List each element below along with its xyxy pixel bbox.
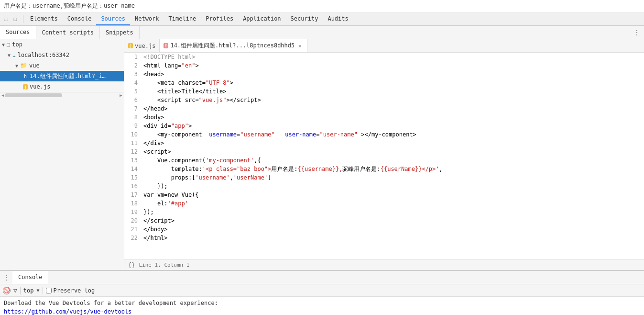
code-line-16: 16 });: [124, 182, 644, 191]
file-tree-scrollbar[interactable]: ◀ ▶: [0, 92, 124, 98]
console-toolbar: 🚫 ▽ top ▼ Preserve log: [0, 284, 644, 297]
tree-label: vue: [29, 62, 40, 69]
html-icon: h: [164, 43, 168, 48]
code-line-14: 14 template:'<p class="baz boo">用户名是:{{u…: [124, 165, 644, 173]
code-line-15: 15 props:['username','userName']: [124, 173, 644, 182]
tab-label: vue.js: [135, 43, 155, 49]
code-line-18: 18 el:'#app': [124, 199, 644, 208]
filter-icon[interactable]: ▽: [13, 287, 17, 294]
arrow-icon: ▼: [2, 42, 5, 47]
code-line-20: 20 </script>: [124, 216, 644, 225]
code-line-22: 22 </html>: [124, 234, 644, 242]
code-line-11: 11 </div>: [124, 139, 644, 147]
editor-tab-html[interactable]: h 14.组件属性问题.html?...l8ptnces8dhhd5 ✕: [160, 39, 307, 52]
nav-console[interactable]: Console: [63, 12, 97, 25]
top-bar-icons: ⬚ □: [2, 15, 23, 23]
cloud-icon: ☁: [12, 52, 16, 58]
tree-item-vue-js[interactable]: j vue.js: [0, 81, 124, 92]
preserve-log-checkbox[interactable]: Preserve log: [46, 287, 95, 294]
code-line-1: 1 <!DOCTYPE html>: [124, 53, 644, 61]
status-text: Line 1, Column 1: [139, 262, 189, 268]
tab-label: Console: [18, 274, 43, 281]
status-bar: {} Line 1, Column 1: [124, 259, 644, 270]
nav-sources[interactable]: Sources: [96, 12, 130, 25]
code-line-5: 5 <title>Title</title>: [124, 87, 644, 96]
sources-panel: Sources Content scripts Snippets ⋮ ▼ □ t…: [0, 26, 644, 270]
nav-security[interactable]: Security: [286, 12, 323, 25]
tree-item-vue-folder[interactable]: ▼ 📁 vue: [0, 60, 124, 71]
tree-label: vue.js: [30, 83, 50, 90]
nav-profiles[interactable]: Profiles: [201, 12, 238, 25]
content-area: ▼ □ top ▼ ☁ localhost:63342 ▼ 📁 vue: [0, 39, 644, 270]
page-result-text: 用户名是：username,驼峰用户名是：user-name: [4, 2, 135, 9]
top-nav: Elements Console Sources Network Timelin…: [25, 12, 353, 25]
separator: [20, 287, 21, 294]
page-result-bar: 用户名是：username,驼峰用户名是：user-name: [0, 0, 644, 12]
sub-tab-sources[interactable]: Sources: [0, 26, 36, 39]
code-line-3: 3 <head>: [124, 70, 644, 79]
separator: [43, 287, 43, 294]
console-line-1: Download the Vue Devtools for a better d…: [4, 299, 640, 307]
scroll-thumb[interactable]: [5, 93, 62, 97]
tree-item-localhost[interactable]: ▼ ☁ localhost:63342: [0, 50, 124, 60]
code-content[interactable]: 1 <!DOCTYPE html> 2 <html lang="en"> 3 <…: [124, 53, 644, 259]
file-tree: ▼ □ top ▼ ☁ localhost:63342 ▼ 📁 vue: [0, 39, 124, 270]
preserve-log-input[interactable]: [46, 288, 52, 293]
file-type-badge: h: [23, 74, 28, 79]
arrow-icon: ▼: [15, 63, 18, 68]
code-line-2: 2 <html lang="en">: [124, 61, 644, 70]
sub-tabs: Sources Content scripts Snippets ⋮: [0, 26, 644, 39]
tree-item-top[interactable]: ▼ □ top: [0, 39, 124, 50]
console-line-2: https://github.com/vuejs/vue-devtools: [4, 307, 640, 315]
editor-tab-vuejs[interactable]: j vue.js: [124, 39, 160, 52]
scroll-right-btn[interactable]: ▶: [118, 92, 124, 98]
code-line-10: 10 <my-component username="username" use…: [124, 130, 644, 139]
devtools-body: Sources Content scripts Snippets ⋮ ▼ □ t…: [0, 26, 644, 315]
bottom-panel: ⋮ Console 🚫 ▽ top ▼ Preserve log Downloa…: [0, 270, 644, 315]
tree-label: localhost:63342: [18, 52, 69, 58]
cursor-icon[interactable]: ⬚: [2, 15, 10, 23]
sub-tab-more[interactable]: ⋮: [630, 29, 644, 36]
js-icon: j: [128, 43, 133, 48]
code-line-4: 4 <meta charset="UTF-8">: [124, 79, 644, 87]
bottom-tabs: ⋮ Console: [0, 271, 644, 284]
clear-console-btn[interactable]: 🚫: [3, 287, 11, 294]
code-line-7: 7 </head>: [124, 104, 644, 113]
bottom-tab-more[interactable]: ⋮: [0, 274, 12, 281]
code-line-8: 8 <body>: [124, 113, 644, 122]
code-line-6: 6 <script src="vue.js"></script>: [124, 96, 644, 104]
nav-network[interactable]: Network: [130, 12, 164, 25]
console-top-arrow[interactable]: ▼: [37, 288, 40, 293]
nav-elements[interactable]: Elements: [25, 12, 63, 25]
sub-tab-snippets[interactable]: Snippets: [100, 26, 140, 39]
nav-application[interactable]: Application: [238, 12, 285, 25]
file-type-badge: j: [23, 84, 28, 90]
bottom-tab-console[interactable]: Console: [12, 271, 48, 284]
tree-label: top: [12, 41, 22, 48]
code-line-12: 12 <script>: [124, 147, 644, 156]
device-icon[interactable]: □: [11, 15, 19, 23]
nav-audits[interactable]: Audits: [323, 12, 353, 25]
arrow-icon: ▼: [8, 53, 11, 58]
code-editor: j vue.js h 14.组件属性问题.html?...l8ptnces8dh…: [124, 39, 644, 270]
tab-label: 14.组件属性问题.html?...l8ptnces8dhhd5: [170, 42, 295, 50]
code-line-19: 19 });: [124, 208, 644, 216]
folder-icon-top: □: [7, 41, 10, 48]
console-top-label[interactable]: top: [23, 287, 34, 294]
folder-icon: 📁: [20, 62, 27, 69]
code-line-13: 13 Vue.component('my-component',{: [124, 156, 644, 165]
console-output: Download the Vue Devtools for a better d…: [0, 297, 644, 315]
braces-icon: {}: [128, 262, 135, 269]
tab-close-btn[interactable]: ✕: [296, 43, 303, 49]
tree-item-html-file[interactable]: h 14.组件属性问题.html?_ijt=o3tjoap...: [0, 71, 124, 81]
code-line-17: 17 var vm=new Vue({: [124, 191, 644, 199]
editor-tabs: j vue.js h 14.组件属性问题.html?...l8ptnces8dh…: [124, 39, 644, 53]
nav-timeline[interactable]: Timeline: [164, 12, 201, 25]
code-line-21: 21 </body>: [124, 225, 644, 234]
top-nav-bar: ⬚ □ Elements Console Sources Network Tim…: [0, 12, 644, 26]
code-line-9: 9 <div id="app">: [124, 122, 644, 130]
tree-label: 14.组件属性问题.html?_ijt=o3tjoap...: [30, 72, 106, 80]
sub-tab-content-scripts[interactable]: Content scripts: [36, 26, 100, 39]
